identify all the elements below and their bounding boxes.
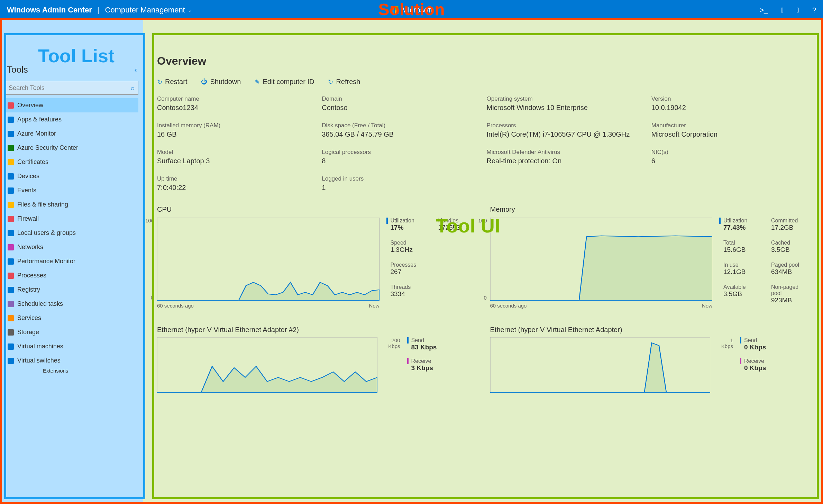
stat-threads: Threads3334 — [386, 284, 476, 298]
tool-icon — [8, 216, 14, 222]
restart-icon: ↻ — [157, 78, 162, 86]
cpu-ymin: 0 — [151, 295, 154, 301]
search-icon: ⌕ — [131, 84, 135, 92]
property-label: Domain — [322, 95, 479, 102]
sidebar-item-events[interactable]: Events — [5, 183, 138, 198]
sidebar-item-label: Local users & groups — [17, 229, 76, 237]
sidebar-item-scheduled-tasks[interactable]: Scheduled tasks — [5, 297, 138, 311]
powershell-icon[interactable]: >_ — [760, 6, 768, 14]
svg-rect-0 — [157, 218, 380, 301]
sidebar-item-local-users-groups[interactable]: Local users & groups — [5, 226, 138, 240]
sidebar-item-label: Overview — [17, 102, 43, 109]
notifications-icon[interactable]:  — [781, 6, 783, 14]
stat-utilization: Utilization77.43% — [719, 218, 761, 231]
sidebar-item-apps-features[interactable]: Apps & features — [5, 112, 138, 127]
sidebar-item-virtual-switches[interactable]: Virtual switches — [5, 354, 138, 368]
sidebar: Tools ‹ ⌕ OverviewApps & featuresAzure M… — [0, 20, 143, 504]
property-value: 16 GB — [157, 130, 315, 138]
extensions-link[interactable]: Extensions — [5, 368, 138, 374]
sidebar-item-performance-monitor[interactable]: Performance Monitor — [5, 254, 138, 268]
sidebar-item-certificates[interactable]: Certificates — [5, 155, 138, 169]
stat-label: In use — [719, 262, 761, 268]
ethernet2-stats: Send0 Kbps Receive0 Kbps — [740, 337, 809, 393]
stat-value: 3334 — [386, 290, 476, 298]
sidebar-item-virtual-machines[interactable]: Virtual machines — [5, 339, 138, 354]
tool-icon — [8, 329, 14, 336]
sidebar-item-networks[interactable]: Networks — [5, 240, 138, 254]
sidebar-item-label: Devices — [17, 173, 39, 180]
solution-dropdown[interactable]: Computer Management ⌄ — [105, 6, 192, 15]
tool-icon — [8, 173, 14, 180]
stat-value: 634MB — [767, 268, 809, 276]
tool-icon — [8, 102, 14, 109]
property-value: Contoso1234 — [157, 104, 315, 112]
tool-icon — [8, 187, 14, 194]
property-value: 6 — [651, 157, 809, 165]
sidebar-item-label: Storage — [17, 329, 39, 336]
divider: | — [98, 6, 100, 15]
sidebar-item-overview[interactable]: Overview — [5, 98, 138, 112]
property-value: 1 — [322, 184, 479, 192]
stat-label: Available — [719, 284, 761, 290]
property-microsoft-defender-antivirus: Microsoft Defender AntivirusReal-time pr… — [487, 149, 644, 165]
tool-icon — [8, 315, 14, 321]
tool-icon — [8, 244, 14, 250]
cpu-xleft: 60 seconds ago — [157, 303, 194, 309]
sidebar-item-firewall[interactable]: Firewall — [5, 212, 138, 226]
ethernet1-block: Ethernet (hyper-V Virtual Ethernet Adapt… — [157, 326, 476, 393]
sidebar-item-registry[interactable]: Registry — [5, 283, 138, 297]
search-tools-box[interactable]: ⌕ — [5, 81, 138, 95]
stat-value: 12.1GB — [719, 268, 761, 276]
stat-value: 17% — [386, 224, 429, 231]
cpu-chart-block: CPU 100 0 60 seconds agoNow — [157, 205, 476, 309]
property-label: Version — [651, 95, 809, 102]
sidebar-item-processes[interactable]: Processes — [5, 268, 138, 283]
stat-label: Cached — [767, 240, 809, 246]
property-value: 10.0.19042 — [651, 104, 809, 112]
stat-label: Paged pool — [767, 262, 809, 268]
refresh-icon: ↻ — [328, 78, 333, 86]
sidebar-item-azure-security-center[interactable]: Azure Security Center — [5, 141, 138, 155]
stat-speed: Speed1.3GHz — [386, 240, 476, 254]
sidebar-item-label: Virtual switches — [17, 357, 61, 364]
tool-icon — [8, 301, 14, 307]
topbar: Windows Admin Center | Computer Manageme… — [0, 0, 823, 20]
restart-button[interactable]: ↻Restart — [157, 78, 187, 86]
property-value: 365.04 GB / 475.79 GB — [322, 130, 479, 138]
stat-handles: Handles172553 — [434, 218, 476, 231]
sidebar-item-devices[interactable]: Devices — [5, 169, 138, 183]
shutdown-button[interactable]: ⏻Shutdown — [201, 78, 241, 86]
property-manufacturer: ManufacturerMicrosoft Corporation — [651, 122, 809, 138]
property-installed-memory-ram-: Installed memory (RAM)16 GB — [157, 122, 315, 138]
collapse-sidebar-button[interactable]: ‹ — [135, 66, 137, 75]
sidebar-item-services[interactable]: Services — [5, 311, 138, 325]
tool-icon — [8, 287, 14, 293]
refresh-button[interactable]: ↻Refresh — [328, 78, 360, 86]
property-label: Microsoft Defender Antivirus — [487, 149, 644, 156]
help-icon[interactable]: ? — [812, 6, 816, 14]
stat-in-use: In use12.1GB — [719, 262, 761, 276]
sidebar-item-storage[interactable]: Storage — [5, 325, 138, 339]
sidebar-item-label: Files & file sharing — [17, 201, 68, 208]
shutdown-icon: ⏻ — [201, 78, 207, 85]
eth1-send-stat: Send83 Kbps — [407, 337, 476, 351]
svg-rect-3 — [490, 337, 711, 393]
ethernet2-chart — [490, 337, 711, 393]
stat-label: Total — [719, 240, 761, 246]
search-input[interactable] — [9, 84, 131, 92]
refresh-label: Refresh — [336, 78, 360, 86]
chevron-down-icon: ⌄ — [188, 7, 192, 13]
ethernet1-chart — [157, 337, 377, 393]
stat-value: 77.43% — [719, 224, 761, 231]
settings-icon[interactable]:  — [797, 6, 799, 14]
eth2-ymax: 1 Kbps — [717, 337, 733, 349]
sidebar-item-files-file-sharing[interactable]: Files & file sharing — [5, 198, 138, 212]
stat-paged-pool: Paged pool634MB — [767, 262, 809, 276]
edit-computer-id-button[interactable]: ✎Edit computer ID — [255, 78, 314, 86]
sidebar-item-label: Certificates — [17, 158, 48, 166]
memory-xleft: 60 seconds ago — [490, 303, 527, 309]
memory-chart-block: Memory 100 0 60 seconds agoN — [490, 205, 810, 309]
tool-icon — [8, 258, 14, 265]
edit-icon: ✎ — [255, 78, 260, 86]
sidebar-item-azure-monitor[interactable]: Azure Monitor — [5, 127, 138, 141]
